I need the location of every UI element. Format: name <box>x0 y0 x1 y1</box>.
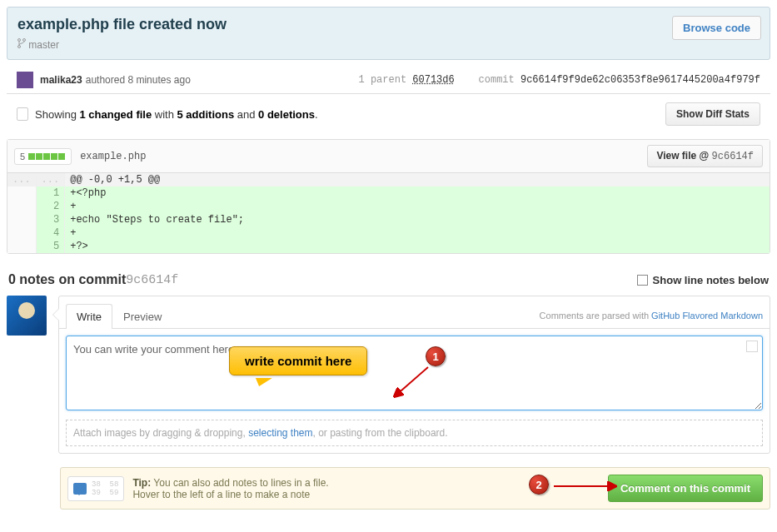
speech-bubble-icon <box>73 483 87 495</box>
authored-verb: authored <box>86 74 125 86</box>
author-link[interactable]: malika23 <box>40 74 82 86</box>
tab-preview[interactable]: Preview <box>112 304 172 329</box>
filename[interactable]: example.php <box>80 151 146 162</box>
diff-line[interactable]: 3+echo "Steps to create file"; <box>7 213 770 226</box>
parent-sha[interactable]: 60713d6 <box>412 74 454 86</box>
comment-tabs: Write Preview Comments are parsed with G… <box>59 296 770 329</box>
hunk-header-row: ......@@ -0,0 +1,5 @@ <box>7 173 770 186</box>
diffstats-text: Showing 1 changed file with 5 additions … <box>35 108 318 121</box>
fullscreen-icon[interactable] <box>746 341 758 352</box>
author-avatar-small <box>17 72 33 88</box>
svg-point-2 <box>18 46 21 48</box>
tip-icon: 38 58 39 59 <box>67 476 124 501</box>
diff-line[interactable]: 5+?> <box>7 240 770 253</box>
diff-line[interactable]: 1+<?php <box>7 186 770 200</box>
branch-row: master <box>17 38 760 51</box>
attach-hint[interactable]: Attach images by dragging & dropping, se… <box>66 420 763 446</box>
checkbox-icon[interactable] <box>637 275 648 286</box>
file-diff-block: 5 example.php View file @ 9c6614f ......… <box>7 139 770 254</box>
show-diff-stats-button[interactable]: Show Diff Stats <box>665 102 760 126</box>
commit-label: commit <box>479 74 515 86</box>
current-user-avatar <box>7 296 47 336</box>
file-icon <box>17 107 28 121</box>
select-files-link[interactable]: selecting them <box>248 427 312 439</box>
tip-text: Tip: You can also add notes to lines in … <box>132 477 328 500</box>
view-file-button[interactable]: View file @ 9c6614f <box>647 145 763 167</box>
tip-bar: 38 58 39 59 Tip: You can also add notes … <box>60 467 770 510</box>
notes-heading: 0 notes on commit 9c6614f Show line note… <box>0 269 777 296</box>
diffstats-bar: Showing 1 changed file with 5 additions … <box>7 94 770 134</box>
comment-textarea[interactable] <box>66 336 763 410</box>
show-line-notes-toggle[interactable]: Show line notes below <box>637 274 769 286</box>
branch-name: master <box>28 39 59 51</box>
branch-icon <box>17 38 26 51</box>
annotation-badge-2: 2 <box>529 475 549 495</box>
tab-write[interactable]: Write <box>66 304 112 329</box>
gfm-link[interactable]: GitHub Flavored Markdown <box>651 311 763 321</box>
comment-submit-button[interactable]: Comment on this commit <box>608 475 763 502</box>
annotation-callout: write commit here <box>229 346 367 375</box>
browse-code-button[interactable]: Browse code <box>672 16 761 40</box>
commit-header: example.php file created now master Brow… <box>7 7 770 60</box>
diffstat-badge: 5 <box>14 148 72 165</box>
comment-area: Write Preview Comments are parsed with G… <box>0 296 777 462</box>
svg-point-1 <box>23 39 26 42</box>
commit-meta: malika23 authored 8 minutes ago 1 parent… <box>7 67 770 94</box>
diff-table: ......@@ -0,0 +1,5 @@ 1+<?php 2+ 3+echo … <box>7 173 770 253</box>
gfm-hint: Comments are parsed with GitHub Flavored… <box>540 311 763 321</box>
file-diff-header: 5 example.php View file @ 9c6614f <box>7 140 770 173</box>
notes-sha: 9c6614f <box>126 273 178 287</box>
commit-sha-info: 1 parent 60713d6 commit 9c6614f9f9de62c0… <box>358 74 760 86</box>
diff-line[interactable]: 4+ <box>7 226 770 240</box>
svg-point-0 <box>18 39 21 42</box>
parent-label: 1 parent <box>358 74 406 86</box>
comment-form: Write Preview Comments are parsed with G… <box>58 296 770 454</box>
diff-line[interactable]: 2+ <box>7 200 770 213</box>
commit-full-sha: 9c6614f9f9de62c06353f8e9617445200a4f979f <box>520 74 760 86</box>
commit-title: example.php file created now <box>17 16 760 33</box>
authored-time: 8 minutes ago <box>127 74 190 86</box>
